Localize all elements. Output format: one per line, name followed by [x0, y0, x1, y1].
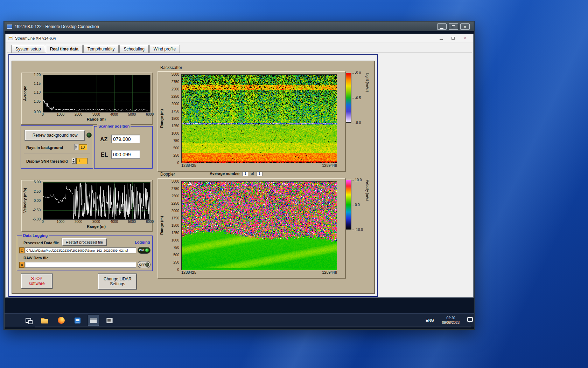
change-lidar-settings-button[interactable]: Change LiDAR Settings: [98, 274, 137, 289]
app-window-icon: [90, 318, 97, 323]
y-tick-label: 5.00: [34, 180, 41, 184]
raw-data-file-path[interactable]: [25, 262, 136, 268]
doppler-x-ticks: 1288425 1289448: [181, 270, 337, 274]
y-tick-label: 2250: [172, 202, 179, 205]
firefox-icon: [58, 317, 65, 324]
snr-spinner[interactable]: [72, 158, 76, 164]
restart-processed-file-button[interactable]: Restart processed file: [62, 238, 107, 246]
close-icon: ×: [463, 35, 466, 41]
tab-bar: System setup Real time data Temp/humidit…: [7, 45, 472, 53]
velocity-x-ticks: 0100020003000400050006000: [43, 220, 150, 224]
minimize-icon: [440, 28, 443, 29]
app-titlebar[interactable]: StreamLine XR v14-6.vi ×: [6, 34, 473, 42]
document-app-button[interactable]: [72, 315, 83, 326]
doppler-plot-area: [181, 181, 337, 270]
scan-scheduler-button[interactable]: [104, 315, 115, 326]
increment-icon[interactable]: [75, 144, 78, 147]
y-tick-label: 0.00: [34, 199, 41, 203]
velocity-plot-area: [43, 182, 150, 220]
taskbar-clock[interactable]: 02:20 09/08/2023: [436, 316, 465, 325]
x-tick-label: 5000: [128, 220, 136, 224]
rays-spinner[interactable]: [74, 144, 78, 150]
tab-system-setup[interactable]: System setup: [11, 45, 45, 53]
ascope-y-ticks: 1.201.151.101.050.99: [27, 75, 41, 112]
y-tick-label: 1.05: [34, 99, 41, 103]
tab-scheduling[interactable]: Scheduling: [119, 45, 148, 53]
backscatter-y-ticks: 3000275025002250200017501500125010007505…: [164, 74, 180, 163]
y-tick-label: 1250: [172, 231, 179, 235]
processed-logging-toggle[interactable]: ON: [138, 247, 150, 254]
raw-path-type-icon: C: [19, 262, 24, 268]
ascope-plot-area: [43, 75, 150, 113]
y-tick-label: 2000: [172, 209, 179, 213]
y-tick-label: 1000: [172, 131, 179, 135]
azimuth-field[interactable]: 079.000: [111, 135, 140, 143]
rdp-maximize-button[interactable]: [449, 23, 458, 30]
doppler-colorbar-gradient: [346, 180, 351, 230]
snr-threshold-field[interactable]: 1: [76, 158, 88, 164]
firefox-button[interactable]: [56, 315, 67, 326]
renew-background-button[interactable]: Renew background now: [25, 130, 85, 141]
tab-wind-profile[interactable]: Wind profile: [149, 45, 180, 53]
task-view-button[interactable]: [23, 315, 34, 326]
rays-in-background-field[interactable]: 10: [79, 144, 87, 150]
close-icon: ×: [464, 25, 467, 29]
streamline-app-button[interactable]: [88, 315, 99, 326]
rdp-window-title: 192.168.0.122 - Remote Desktop Connectio…: [15, 24, 99, 29]
y-tick-label: 2750: [172, 187, 179, 191]
desktop: 192.168.0.122 - Remote Desktop Connectio…: [0, 0, 588, 368]
language-indicator[interactable]: ENG: [424, 315, 436, 326]
y-tick-label: 3000: [172, 73, 179, 76]
y-tick-label: 2250: [172, 95, 179, 98]
backscatter-plot-area: [181, 74, 337, 163]
decrement-icon[interactable]: [75, 147, 78, 150]
x-tick-label: 1000: [57, 113, 64, 116]
velocity-graph: Velocity (m/s) 5.002.500.00-2.50-5.00 01…: [21, 180, 153, 232]
x-start-label: 1288425: [181, 163, 196, 168]
remote-desktop-session: StreamLine XR v14-6.vi × System setup Re…: [5, 31, 474, 329]
colorbar-tick-label: 0.0: [352, 203, 360, 207]
stop-button-line2: software: [29, 281, 44, 286]
data-logging-box: Data Logging Processed Data file Restart…: [17, 236, 153, 271]
stop-software-button[interactable]: STOP software: [21, 274, 52, 289]
toggle-on-label: ON: [139, 248, 144, 252]
raw-data-file-label: RAW Data file: [23, 256, 49, 260]
notifications-button[interactable]: [467, 317, 473, 322]
led-off-icon: [145, 263, 149, 267]
y-tick-label: 250: [173, 260, 179, 264]
tab-real-time-data[interactable]: Real time data: [46, 45, 83, 53]
y-tick-label: 1750: [172, 109, 179, 113]
velocity-y-axis-title: Velocity (m/s): [22, 182, 27, 219]
processed-data-file-path[interactable]: C:\Lidar\Data\Proc\2023\202308\20230809\…: [25, 247, 136, 253]
y-tick-label: 500: [173, 146, 179, 150]
increment-icon[interactable]: [72, 158, 75, 161]
doppler-y-ticks: 3000275025002250200017501500125010007505…: [164, 181, 180, 270]
app-close-button[interactable]: ×: [459, 35, 471, 42]
rdp-minimize-button[interactable]: [437, 23, 447, 30]
app-window-controls: ×: [435, 35, 471, 42]
elevation-field[interactable]: 000.099: [111, 150, 140, 159]
app-restore-button[interactable]: [447, 35, 459, 42]
backscatter-y-axis-title: Range (m): [159, 74, 164, 163]
app-minimize-button[interactable]: [435, 35, 447, 42]
velocity-x-axis-title: Range (m): [43, 224, 150, 229]
rdp-titlebar[interactable]: 192.168.0.122 - Remote Desktop Connectio…: [5, 22, 474, 31]
y-tick-label: 1750: [172, 216, 179, 220]
y-tick-label: -2.50: [33, 208, 41, 212]
doppler-colorbar-title: Velocity (m/s): [365, 180, 369, 230]
y-tick-label: 1500: [172, 224, 179, 227]
change-button-line2: Settings: [110, 282, 125, 287]
doppler-y-axis-title: Range (m): [159, 181, 164, 270]
rdp-close-button[interactable]: ×: [460, 23, 470, 30]
raw-logging-toggle[interactable]: OFF: [138, 261, 150, 268]
front-panel: Backscatter Doppler A-scope 1.201.151.10…: [12, 61, 375, 294]
colorbar-tick-label: -5.0: [352, 71, 361, 75]
decrement-icon[interactable]: [72, 161, 75, 164]
y-tick-label: 2500: [172, 87, 179, 91]
y-tick-label: 3000: [172, 179, 179, 183]
minimize-icon: [440, 39, 443, 40]
x-end-label: 1289448: [322, 163, 337, 168]
file-explorer-button[interactable]: [39, 315, 50, 326]
backscatter-colorbar-title: log B (/m/sr): [365, 73, 369, 123]
tab-temp-humidity[interactable]: Temp/humidity: [83, 45, 119, 53]
